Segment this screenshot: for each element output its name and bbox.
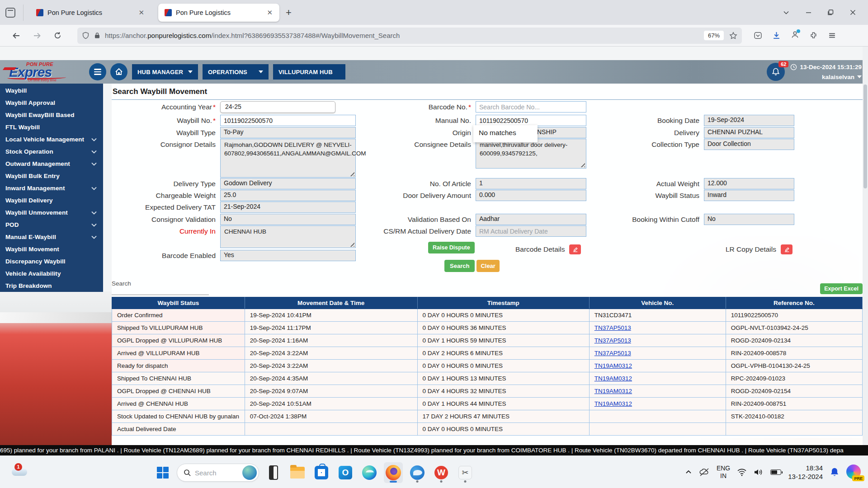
account-icon[interactable] bbox=[791, 30, 799, 41]
browser-tab-1[interactable]: Pon Pure Logistics ✕ bbox=[30, 4, 151, 22]
vehicle-link[interactable]: TN19AM0312 bbox=[594, 362, 632, 369]
sidebar-item-local-vehicle-management[interactable]: Local Vehicle Management bbox=[0, 133, 103, 145]
lr-copy-details-edit-button[interactable] bbox=[781, 244, 793, 254]
tab-close-icon[interactable]: ✕ bbox=[136, 8, 146, 18]
extensions-icon[interactable] bbox=[809, 31, 818, 40]
browser-tab-2-active[interactable]: Pon Pure Logistics ✕ bbox=[158, 4, 279, 22]
taskbar-search[interactable] bbox=[177, 464, 259, 482]
sidebar-item-waybill[interactable]: Waybill bbox=[0, 84, 103, 97]
sidebar-item-trip-breakdown[interactable]: Trip Breakdown bbox=[0, 280, 103, 292]
validation-based-on-field: Aadhar bbox=[476, 214, 586, 225]
downloads-icon[interactable] bbox=[772, 31, 781, 40]
sidebar-item-waybill-ewaybill-based[interactable]: Waybill EwayBill Based bbox=[0, 109, 103, 121]
taskbar-search-input[interactable] bbox=[195, 469, 240, 477]
csrm-actual-delivery-date-input[interactable] bbox=[476, 225, 586, 237]
onedrive-offline-icon[interactable] bbox=[699, 468, 710, 477]
url-bar[interactable]: https://anchor.ponpurelogistics.com/inde… bbox=[77, 28, 742, 44]
table-search-input[interactable] bbox=[112, 288, 209, 295]
currently-in-textarea[interactable]: CHENNAI HUB bbox=[220, 225, 356, 248]
tab-list-chevron-icon[interactable] bbox=[783, 9, 790, 16]
chargeable-weight-field: 25.0 bbox=[220, 190, 356, 201]
accounting-year-select[interactable]: 24-25 bbox=[220, 101, 335, 113]
taskbar-widgets-button[interactable]: 1 bbox=[11, 463, 31, 481]
consignor-validation-field: No bbox=[220, 214, 356, 225]
sidebar-item-waybill-approval[interactable]: Waybill Approval bbox=[0, 97, 103, 109]
vehicle-link[interactable]: TN19AM0312 bbox=[594, 400, 632, 407]
vehicle-link[interactable]: TN37AP5013 bbox=[594, 324, 631, 331]
edge-icon bbox=[362, 465, 377, 480]
search-button[interactable]: Search bbox=[444, 260, 475, 272]
consignor-details-textarea[interactable]: Rajmohan,GODOWN DELIVERY @ NEYVELI-60780… bbox=[220, 139, 356, 178]
taskbar-outlook-icon[interactable]: O bbox=[336, 462, 355, 483]
tray-clock[interactable]: 18:3413-12-2024 bbox=[788, 464, 823, 481]
start-button[interactable] bbox=[154, 464, 172, 482]
barcode-details-edit-button[interactable] bbox=[569, 244, 581, 254]
reload-button[interactable] bbox=[53, 31, 62, 40]
zoom-indicator[interactable]: 67% bbox=[704, 31, 724, 40]
taskbar-snipping-tool-icon[interactable]: ✂ bbox=[456, 462, 475, 483]
vehicle-link[interactable]: TN19AM0312 bbox=[594, 388, 632, 394]
taskbar-edge-icon[interactable] bbox=[360, 462, 379, 483]
taskbar-file-explorer-icon[interactable] bbox=[288, 462, 307, 483]
menu-toggle-button[interactable] bbox=[89, 63, 106, 80]
hub-selector[interactable]: VILLUPURAM HUB bbox=[273, 64, 345, 80]
tray-chevron-up-icon[interactable] bbox=[685, 469, 692, 476]
taskbar-phone-link-icon[interactable] bbox=[264, 462, 283, 483]
sidebar-item-waybill-movement[interactable]: Waybill Movement bbox=[0, 243, 103, 255]
sidebar-item-waybill-unmovement[interactable]: Waybill Unmovement bbox=[0, 206, 103, 219]
wps-icon: W bbox=[434, 466, 448, 479]
sidebar-item-outward-management[interactable]: Outward Management bbox=[0, 158, 103, 170]
taskbar-wps-office-icon[interactable]: W bbox=[432, 462, 451, 483]
sidebar-item-inward-management[interactable]: Inward Management bbox=[0, 182, 103, 194]
module-dropdown[interactable]: OPERATIONS bbox=[203, 64, 269, 80]
pocket-icon[interactable] bbox=[754, 31, 762, 40]
taskbar-microsoft-store-icon[interactable] bbox=[312, 462, 331, 483]
sidebar-item-stock-operation[interactable]: Stock Operation bbox=[0, 145, 103, 158]
page-scrollbar[interactable] bbox=[863, 47, 868, 445]
clear-button[interactable]: Clear bbox=[476, 260, 500, 272]
tab-close-icon[interactable]: ✕ bbox=[264, 8, 275, 18]
sidebar-item-pod[interactable]: POD bbox=[0, 219, 103, 231]
sidebar-item-waybill-bulk-entry[interactable]: Waybill Bulk Entry bbox=[0, 170, 103, 182]
sidebar-item-discrepancy-waybill[interactable]: Discrepancy Waybill bbox=[0, 255, 103, 267]
new-tab-button[interactable]: + bbox=[279, 7, 298, 19]
taskbar-thunderbird-icon[interactable] bbox=[408, 462, 427, 483]
menu-icon[interactable] bbox=[828, 31, 836, 40]
tracking-shield-icon[interactable] bbox=[82, 32, 90, 39]
lock-icon[interactable] bbox=[94, 32, 100, 39]
manual-no-input[interactable] bbox=[476, 115, 586, 126]
battery-icon[interactable] bbox=[770, 469, 781, 475]
tab-overview-button[interactable] bbox=[5, 5, 24, 21]
bookmark-star-icon[interactable] bbox=[729, 32, 737, 40]
consignee-details-textarea[interactable]: manivel,thiruvallur door delivery-600099… bbox=[476, 139, 586, 169]
logo-tagline: On time every time bbox=[28, 78, 57, 82]
vehicle-link[interactable]: TN37AP5013 bbox=[594, 337, 631, 344]
volume-icon[interactable] bbox=[754, 468, 764, 476]
language-indicator[interactable]: ENGIN bbox=[717, 465, 730, 480]
sidebar-item-ftl-waybill[interactable]: FTL Waybill bbox=[0, 121, 103, 133]
window-close-button[interactable] bbox=[849, 9, 856, 16]
forward-button[interactable] bbox=[33, 31, 42, 40]
vehicle-link[interactable]: TN37AP5013 bbox=[594, 350, 631, 357]
user-menu[interactable]: kalaiselvan bbox=[822, 74, 862, 80]
notifications-button[interactable]: 62 bbox=[767, 63, 785, 81]
sidebar-item-manual-e-waybill[interactable]: Manual E-Waybill bbox=[0, 231, 103, 243]
sidebar-item-waybill-delivery[interactable]: Waybill Delivery bbox=[0, 194, 103, 206]
barcode-no-input[interactable] bbox=[476, 101, 586, 113]
wifi-icon[interactable] bbox=[737, 468, 747, 476]
export-excel-button[interactable]: Export Excel bbox=[820, 283, 863, 294]
waybill-no-input[interactable] bbox=[220, 115, 356, 126]
header-datetime: 13-Dec-2024 15:31:29 bbox=[790, 64, 862, 70]
home-button[interactable] bbox=[110, 63, 127, 80]
role-dropdown[interactable]: HUB MANAGER bbox=[132, 64, 198, 80]
raise-dispute-button[interactable]: Raise Dispute bbox=[428, 242, 475, 253]
window-minimize-button[interactable] bbox=[805, 9, 812, 16]
back-button[interactable] bbox=[12, 31, 21, 40]
copilot-button[interactable]: PRE bbox=[846, 465, 862, 480]
taskbar-firefox-icon-active[interactable] bbox=[384, 462, 403, 483]
vehicle-link[interactable]: TN19AM0312 bbox=[594, 375, 632, 382]
tray-notification-bell-icon[interactable] bbox=[830, 467, 840, 478]
sidebar-item-vehicle-availability[interactable]: Vehicle Availability bbox=[0, 267, 103, 280]
scrollbar-thumb[interactable] bbox=[863, 84, 867, 188]
window-maximize-button[interactable] bbox=[827, 9, 834, 16]
